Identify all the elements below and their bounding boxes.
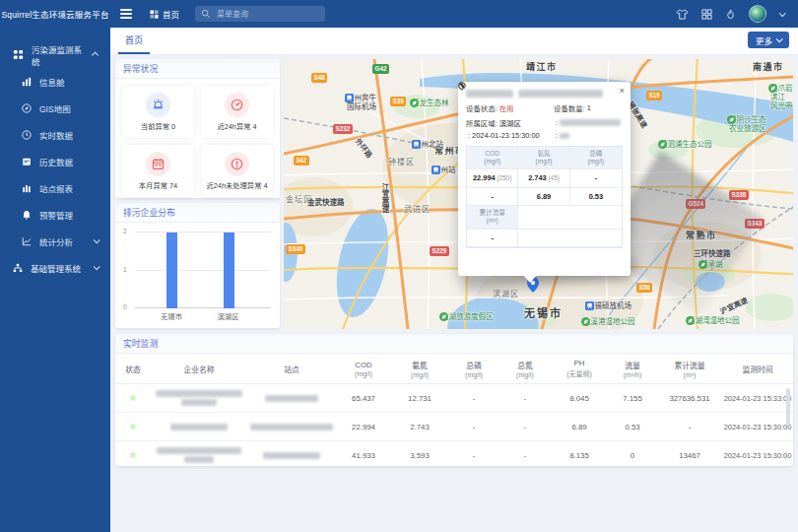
- value-cell: 65.437: [336, 394, 391, 403]
- table-scrollbar[interactable]: [786, 388, 790, 426]
- caret-down-icon: [776, 35, 783, 42]
- map-canvas[interactable]: 靖江市南通市常州市钟楼区金坛区武进区常熟市滨湖区无锡市金武快速路三环快速路沪宜高…: [284, 59, 793, 329]
- app-window: Squirrel生态环境云服务平台 首页 污染源监测系统信息舱GIS地图实时数据…: [0, 0, 798, 532]
- sidebar-item-label: GIS地图: [39, 102, 71, 114]
- popup-table-row: -: [467, 230, 622, 248]
- clock-icon: [22, 130, 32, 140]
- value-cell: 8.135: [551, 451, 608, 460]
- table-row[interactable]: 22.9942.743--6.890.53-2024-01-23 15:30:0…: [115, 413, 793, 441]
- shirt-icon[interactable]: [676, 9, 689, 20]
- sidebar-item-3[interactable]: 历史数据: [0, 148, 110, 174]
- siren-icon: [146, 93, 170, 117]
- device-status: 设备状态: 在用: [466, 102, 554, 113]
- widget-icon[interactable]: [701, 9, 712, 20]
- user-avatar[interactable]: [749, 5, 766, 23]
- stat-card-1[interactable]: 近24h异常 4: [201, 86, 273, 138]
- road-number-badge: S48: [311, 73, 327, 83]
- value-cell: 13467: [657, 451, 722, 460]
- column-header-1: 企业名称: [151, 364, 247, 374]
- metric-header-spacer: [518, 206, 622, 229]
- dashboard-icon: [22, 77, 32, 87]
- masked-text: [156, 390, 242, 397]
- menu-search-input[interactable]: [215, 9, 319, 20]
- value-cell: -: [499, 423, 551, 432]
- warning-icon: [225, 152, 249, 176]
- company-name-masked: [151, 447, 247, 464]
- table-row[interactable]: 41.9333.593--8.1350134672024-01-23 15:30…: [115, 441, 793, 470]
- road-number-badge: G42: [372, 64, 389, 74]
- metric-header: 氨氮(mg/l): [518, 147, 569, 169]
- value-cell: 2024-01-23 15:30:00: [722, 423, 793, 432]
- stat-card-2[interactable]: 本月异常 74: [122, 145, 194, 197]
- sidebar-item-0[interactable]: 信息舱: [0, 68, 110, 95]
- table-row[interactable]: 65.43712.731--8.0457.155327636.5312024-0…: [115, 384, 793, 413]
- device-popup: × 设备状态: 在用 设备数量: 1 所属区域: 滨湖区: [458, 82, 631, 276]
- y-tick-label: 0: [123, 303, 127, 310]
- stat-card-0[interactable]: 当前异常 0: [122, 86, 194, 138]
- caret-down-icon[interactable]: [779, 10, 786, 17]
- sidebar-item-label: 基础管理系统: [31, 262, 81, 274]
- road-number-badge: S19: [646, 91, 662, 100]
- tab-home[interactable]: 首页: [118, 28, 150, 54]
- menu-toggle-icon[interactable]: [120, 9, 132, 18]
- station-name-masked: [247, 395, 336, 402]
- column-header-2: 站点: [247, 364, 336, 374]
- panel-title: 排污企业分布: [115, 203, 280, 223]
- stats-icon: [22, 236, 32, 246]
- sidebar-item-1[interactable]: GIS地图: [0, 95, 110, 121]
- gridline: 0: [135, 307, 270, 308]
- popup-table-row: COD(mg/l)氨氮(mg/l)总磷(mg/l): [467, 147, 622, 169]
- flame-icon[interactable]: [725, 9, 736, 20]
- device-metrics-table: COD(mg/l)氨氮(mg/l)总磷(mg/l)22.994 (250)2.7…: [466, 146, 623, 248]
- realtime-monitoring-panel: 实时监测 状态企业名称站点COD(mg/l)氨氮(mg/l)总磷(mg/l)总氮…: [115, 334, 793, 466]
- value-cell: -: [448, 423, 499, 432]
- device-time: : 2024-01-23 15:30:00: [466, 131, 554, 140]
- metric-value-spacer: [518, 230, 622, 248]
- chevron-down-icon: [94, 236, 100, 243]
- masked-text: [157, 447, 241, 454]
- road-number-badge: S58: [636, 283, 652, 293]
- breadcrumb-label: 首页: [163, 8, 179, 20]
- sidebar-item-label: 预警管理: [39, 209, 73, 221]
- road-number-badge: 342: [294, 156, 309, 166]
- chart-bar: [224, 233, 234, 308]
- sidebar-item-label: 实时数据: [39, 129, 73, 141]
- road-number-badge: S232: [333, 124, 353, 134]
- x-tick-label: 滨湖区: [218, 311, 239, 321]
- masked-text: [263, 452, 320, 459]
- station-name-masked: [247, 452, 336, 459]
- more-button[interactable]: 更多: [748, 32, 789, 48]
- value-cell: -: [448, 451, 499, 460]
- column-header-8: 流量(m³/h): [608, 360, 657, 378]
- value-cell: -: [657, 423, 722, 432]
- report-icon: [22, 183, 32, 193]
- topbar-icons: [676, 5, 784, 23]
- column-header-5: 总磷(mg/l): [448, 360, 499, 378]
- close-icon[interactable]: ×: [619, 85, 625, 96]
- breadcrumb[interactable]: 首页: [150, 8, 179, 20]
- masked-text: [170, 424, 228, 431]
- sidebar-item-root2[interactable]: 基础管理系统: [0, 254, 110, 281]
- value-cell: -: [499, 451, 551, 460]
- popup-table-row: 累计流量(m³): [467, 206, 622, 229]
- sidebar-item-root[interactable]: 污染源监测系统: [0, 41, 110, 68]
- column-header-10: 监测时间: [722, 364, 793, 374]
- chevron-down-icon: [94, 263, 100, 270]
- road-number-badge: S340: [286, 244, 305, 254]
- stat-card-3[interactable]: 近24h未处理异常 4: [201, 145, 273, 197]
- sidebar-item-6[interactable]: 统计分析: [0, 228, 110, 254]
- metric-value: -: [467, 230, 518, 248]
- sidebar-item-5[interactable]: 预警管理: [0, 201, 110, 228]
- home-grid-icon: [150, 10, 159, 19]
- masked-text: [250, 424, 333, 431]
- map-icon: [22, 103, 32, 113]
- sidebar-item-2[interactable]: 实时数据: [0, 121, 110, 148]
- value-cell: 8.045: [551, 394, 608, 403]
- sidebar-item-4[interactable]: 站点报表: [0, 174, 110, 201]
- search-icon: [201, 9, 211, 19]
- gridline: 1: [135, 270, 270, 271]
- menu-search[interactable]: [195, 6, 325, 22]
- metric-value: 2.743 (45): [518, 169, 569, 188]
- popup-table-row: 22.994 (250)2.743 (45)-: [467, 169, 622, 188]
- metric-header: COD(mg/l): [467, 147, 518, 169]
